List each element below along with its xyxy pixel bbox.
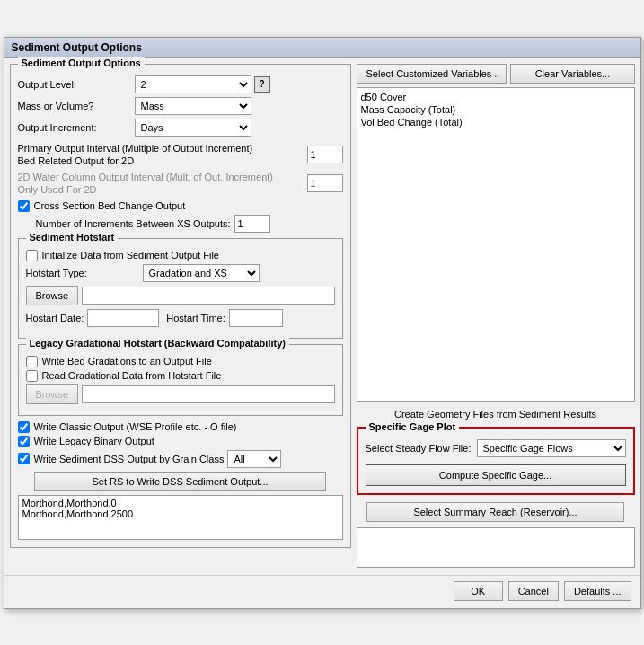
- list-item: Morthond,Morthond,0: [22, 498, 339, 508]
- select-summary-row: Select Summary Reach (Reservoir)...: [357, 499, 635, 526]
- variables-list: d50 Cover Mass Capacity (Total) Vol Bed …: [357, 87, 635, 402]
- xs-increments-label: Number of Increments Between XS Outputs:: [36, 218, 231, 229]
- hotstart-time-input[interactable]: [229, 309, 283, 327]
- read-gradational-label: Read Gradational Data from Hotstart File: [42, 370, 222, 381]
- left-panel: Sediment Output Options Output Level: 21…: [10, 64, 351, 570]
- summary-text-area: [357, 527, 635, 568]
- steady-flow-select[interactable]: Specific Gage Flows: [477, 439, 626, 457]
- legacy-hotstart-title: Legacy Gradational Hotstart (Backward Co…: [26, 338, 289, 349]
- output-level-select[interactable]: 213: [135, 75, 251, 93]
- hotstart-date-label: Hostart Date:: [26, 313, 84, 323]
- initialize-label: Initialize Data from Sediment Output Fil…: [42, 250, 219, 261]
- bottom-list: Morthond,Morthond,0 Morthond,Morthond,25…: [18, 495, 343, 540]
- browse-button[interactable]: Browse: [26, 286, 79, 305]
- specific-gage-box: Specific Gage Plot Select Steady Flow Fi…: [357, 427, 635, 495]
- steady-flow-label: Select Steady Flow File:: [366, 443, 472, 454]
- browse-field[interactable]: [82, 287, 334, 305]
- list-item: Morthond,Morthond,2500: [22, 508, 339, 519]
- variable-item: Mass Capacity (Total): [361, 104, 631, 115]
- dialog-title: Sediment Output Options: [4, 38, 640, 58]
- primary-interval-sublabel: Bed Related Output for 2D: [18, 155, 307, 167]
- 2d-interval-sublabel: Only Used For 2D: [18, 183, 307, 196]
- create-geometry-section: Create Geometry Files from Sediment Resu…: [357, 402, 635, 423]
- hotstart-group: Sediment Hotstart Initialize Data from S…: [18, 238, 343, 339]
- write-legacy-checkbox[interactable]: [18, 436, 30, 447]
- main-options-title: Sediment Output Options: [18, 57, 145, 68]
- specific-gage-title: Specific Gage Plot: [366, 421, 460, 432]
- 2d-interval-label: 2D Water Column Output Interval (Mult. o…: [18, 171, 307, 183]
- ok-button[interactable]: OK: [454, 581, 503, 601]
- write-legacy-label: Write Legacy Binary Output: [34, 436, 154, 446]
- primary-interval-input[interactable]: [307, 146, 343, 163]
- write-classic-label: Write Classic Output (WSE Profile etc. -…: [34, 421, 237, 432]
- cancel-button[interactable]: Cancel: [508, 581, 559, 601]
- main-options-group: Sediment Output Options Output Level: 21…: [10, 64, 351, 548]
- right-top-buttons: Select Customized Variables . Clear Vari…: [357, 64, 635, 84]
- compute-specific-gage-button[interactable]: Compute Specific Gage...: [366, 464, 626, 486]
- write-dss-select[interactable]: AllNoneSelected: [227, 450, 281, 468]
- initialize-checkbox[interactable]: [26, 250, 38, 261]
- output-increment-label: Output Increment:: [18, 122, 135, 133]
- output-increment-select[interactable]: DaysHoursMinutes: [135, 119, 251, 137]
- hotstart-title: Sediment Hotstart: [26, 232, 119, 243]
- browse2-button[interactable]: Browse: [26, 384, 79, 404]
- output-level-help-button[interactable]: ?: [254, 76, 270, 93]
- variable-item: d50 Cover: [361, 92, 631, 102]
- create-geometry-label: Create Geometry Files from Sediment Resu…: [394, 409, 596, 420]
- hotstart-type-label: Hotstart Type:: [26, 268, 143, 278]
- hotstart-date-input[interactable]: [87, 309, 159, 327]
- mass-volume-select[interactable]: MassVolume: [135, 97, 251, 115]
- mass-volume-label: Mass or Volume?: [18, 101, 135, 111]
- variable-item: Vol Bed Change (Total): [361, 117, 631, 128]
- write-bed-gradations-checkbox[interactable]: [26, 356, 38, 367]
- write-bed-gradations-label: Write Bed Gradations to an Output File: [42, 356, 212, 367]
- write-dss-label: Write Sediment DSS Output by Grain Class: [34, 454, 225, 464]
- 2d-interval-input[interactable]: [307, 174, 343, 192]
- sediment-output-dialog: Sediment Output Options Sediment Output …: [4, 37, 641, 609]
- browse2-field[interactable]: [82, 385, 334, 403]
- hotstart-time-label: Hostart Time:: [166, 313, 225, 323]
- clear-variables-button[interactable]: Clear Variables...: [510, 64, 634, 84]
- defaults-button[interactable]: Defaults ...: [564, 581, 631, 601]
- dialog-footer: OK Cancel Defaults ...: [4, 575, 640, 608]
- output-level-label: Output Level:: [18, 79, 135, 90]
- hotstart-type-select[interactable]: Gradation and XSXS Only: [143, 264, 260, 282]
- primary-interval-label: Primary Output Interval (Multiple of Out…: [18, 142, 307, 155]
- set-rs-button[interactable]: Set RS to Write DSS Sediment Output...: [34, 472, 327, 491]
- right-panel: Select Customized Variables . Clear Vari…: [351, 64, 635, 570]
- select-customized-vars-button[interactable]: Select Customized Variables .: [357, 64, 507, 84]
- select-summary-reach-button[interactable]: Select Summary Reach (Reservoir)...: [366, 502, 624, 522]
- legacy-hotstart-group: Legacy Gradational Hotstart (Backward Co…: [18, 344, 343, 416]
- write-classic-checkbox[interactable]: [18, 421, 30, 433]
- cross-section-checkbox[interactable]: [18, 200, 30, 212]
- write-dss-checkbox[interactable]: [18, 453, 30, 464]
- cross-section-label: Cross Section Bed Change Output: [34, 200, 186, 211]
- xs-increments-input[interactable]: [234, 215, 270, 233]
- read-gradational-checkbox[interactable]: [26, 370, 38, 382]
